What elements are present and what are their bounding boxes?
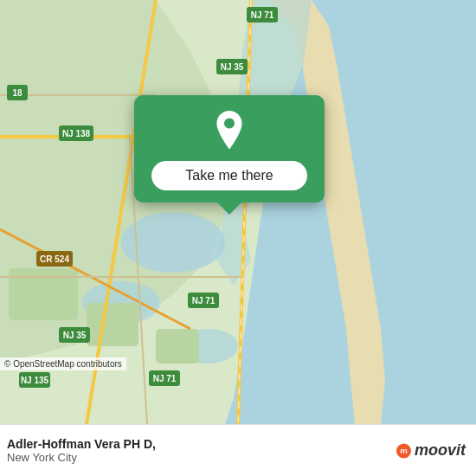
svg-text:m: m: [400, 446, 408, 455]
bottom-bar: Adler-Hoffman Vera PH D, New York City m…: [0, 424, 476, 476]
take-me-there-button[interactable]: Take me there: [151, 161, 307, 190]
moovit-text: moovit: [415, 441, 466, 460]
location-pin-icon: [209, 111, 250, 152]
svg-text:18: 18: [12, 88, 23, 98]
svg-text:NJ 35: NJ 35: [221, 62, 244, 72]
svg-text:NJ 71: NJ 71: [192, 296, 215, 306]
svg-text:NJ 71: NJ 71: [153, 374, 177, 383]
svg-rect-9: [87, 303, 138, 346]
svg-text:NJ 135: NJ 135: [21, 376, 49, 385]
svg-text:NJ 71: NJ 71: [251, 10, 274, 20]
moovit-logo: m moovit: [383, 437, 466, 465]
popup-card: Take me there: [134, 95, 325, 203]
osm-attribution: © OpenStreetMap contributors: [0, 357, 126, 370]
svg-point-37: [224, 119, 235, 129]
moovit-icon: m: [383, 437, 411, 465]
svg-rect-10: [156, 329, 199, 363]
svg-text:CR 524: CR 524: [40, 254, 69, 264]
location-info: Adler-Hoffman Vera PH D, New York City: [7, 437, 156, 464]
location-city: New York City: [7, 451, 156, 464]
location-name: Adler-Hoffman Vera PH D,: [7, 437, 156, 451]
svg-text:NJ 35: NJ 35: [63, 331, 87, 340]
map-container: NJ 71 NJ 35 NJ 138 18 CR 524 NJ 35 NJ 71…: [0, 0, 476, 424]
svg-text:NJ 138: NJ 138: [62, 129, 91, 138]
